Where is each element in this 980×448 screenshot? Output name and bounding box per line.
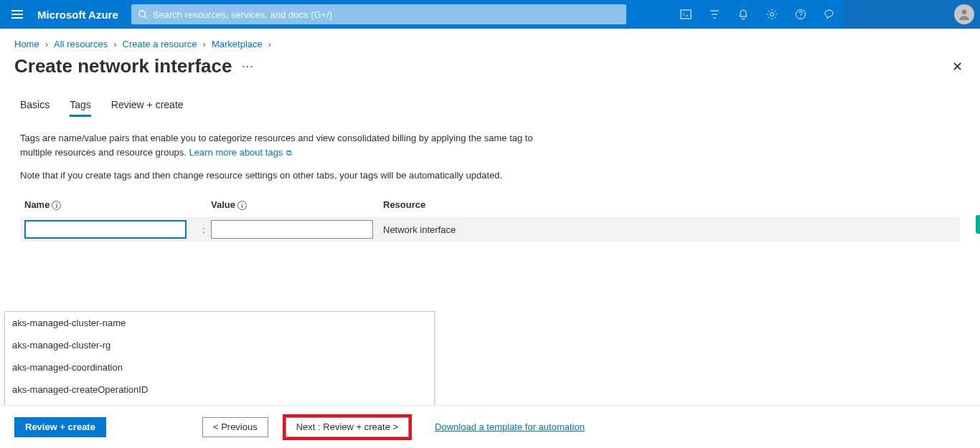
help-icon[interactable] [786,0,815,29]
svg-rect-2 [681,10,691,19]
info-icon[interactable]: i [52,201,61,210]
column-header-name: Namei [20,199,197,210]
learn-more-link[interactable]: Learn more about tags ⧉ [189,147,293,158]
svg-point-3 [771,13,774,16]
global-search[interactable] [131,4,626,24]
suggestion-item[interactable]: aks-managed-cluster-rg [5,334,434,356]
page-title: Create network interface [14,55,232,77]
tags-note: Note that if you create tags and then ch… [20,170,960,181]
breadcrumb: Home › All resources › Create a resource… [0,29,980,52]
content-area: Basics Tags Review + create Tags are nam… [0,85,980,242]
suggestion-item[interactable]: aks-managed-createOperationID [5,378,434,401]
brand-label[interactable]: Microsoft Azure [34,9,131,21]
chevron-right-icon: › [45,39,48,49]
search-icon [137,9,149,19]
close-icon[interactable]: ✕ [952,59,966,75]
directories-filter-icon[interactable] [700,0,729,29]
tag-value-input[interactable] [211,220,373,239]
suggestion-item[interactable]: aks-managed-coordination [5,356,434,378]
column-header-resource: Resource [377,199,548,210]
account-area[interactable] [844,0,980,29]
chevron-right-icon: › [268,39,271,49]
breadcrumb-item[interactable]: Marketplace [212,39,263,49]
hamburger-menu-icon[interactable] [0,0,34,29]
svg-point-5 [962,9,967,14]
tab-basics[interactable]: Basics [20,99,50,117]
tag-row: : Network interface [20,217,960,242]
tag-separator: : [197,217,211,242]
feedback-icon[interactable] [815,0,844,29]
chevron-right-icon: › [203,39,206,49]
chevron-right-icon: › [113,39,116,49]
previous-button[interactable]: < Previous [202,417,268,437]
next-button[interactable]: Next : Review + create > [286,417,409,437]
title-row: Create network interface ··· ✕ [0,52,980,85]
avatar[interactable] [954,4,974,24]
svg-line-1 [144,16,147,19]
tag-resource-label: Network interface [377,217,456,242]
breadcrumb-item[interactable]: Home [14,39,39,49]
azure-top-bar: Microsoft Azure [0,0,980,29]
tab-tags[interactable]: Tags [70,99,91,117]
notifications-icon[interactable] [729,0,758,29]
tab-strip: Basics Tags Review + create [20,99,960,117]
download-template-link[interactable]: Download a template for automation [435,421,585,432]
tags-table: Namei Valuei Resource : Network interfac… [20,199,960,242]
feedback-edge-tab[interactable] [976,215,980,234]
tags-table-header: Namei Valuei Resource [20,199,960,210]
tag-name-input[interactable] [24,220,187,239]
global-search-input[interactable] [153,9,621,20]
svg-point-0 [139,11,146,17]
settings-icon[interactable] [758,0,786,29]
top-bar-actions [672,0,844,29]
cloud-shell-icon[interactable] [672,0,700,29]
breadcrumb-item[interactable]: Create a resource [123,39,197,49]
breadcrumb-item[interactable]: All resources [54,39,108,49]
more-actions-icon[interactable]: ··· [242,61,254,72]
suggestion-item[interactable]: aks-managed-cluster-name [5,312,434,334]
tab-review-create[interactable]: Review + create [111,99,184,117]
info-icon[interactable]: i [237,201,247,210]
column-header-value: Valuei [211,199,377,210]
external-link-icon: ⧉ [284,148,292,157]
tags-description: Tags are name/value pairs that enable yo… [20,131,551,160]
wizard-footer: Review + create < Previous Next : Review… [0,405,980,448]
review-create-button[interactable]: Review + create [14,417,106,437]
